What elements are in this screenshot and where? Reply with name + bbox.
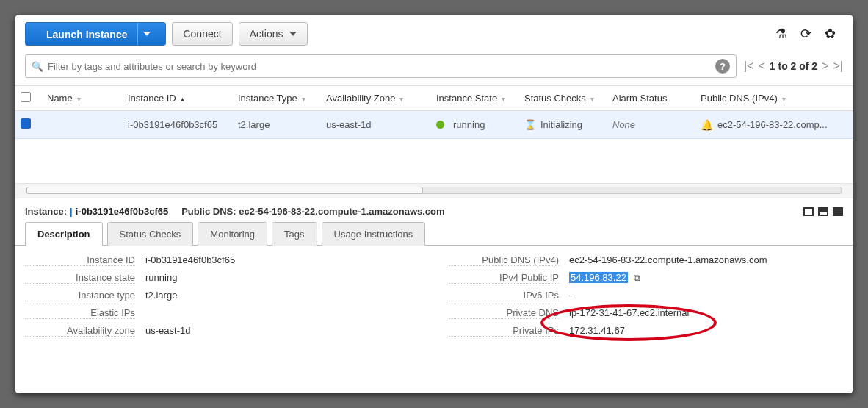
experiment-icon[interactable]: ⚗ [775,26,787,42]
instances-table: Name▾ Instance ID▴ Instance Type▾ Availa… [15,86,853,139]
top-icons: ⚗ ⟳ ✿ [775,26,843,42]
detail-header: Instance: | i-0b3191e46f0b3cf65 Public D… [15,198,853,221]
lbl-instance-id: Instance ID [25,254,135,266]
lbl-ipv6-ips: IPv6 IPs [449,290,559,301]
lbl-instance-state: Instance state [25,272,135,284]
launch-instance-button[interactable]: Launch Instance [25,22,166,46]
pipe-icon: | [70,206,73,217]
pager-last[interactable]: >| [833,60,844,73]
lbl-availability-zone: Availability zone [25,325,135,337]
lbl-ipv4-public-ip: IPv4 Public IP [449,272,559,284]
filter-row: 🔍 ? |< < 1 to 2 of 2 > >| [15,54,853,85]
detail-public-dns: ec2-54-196-83-22.compute-1.amazonaws.com [239,206,444,217]
ec2-console-frame: Launch Instance Connect Actions ⚗ ⟳ ✿ 🔍 … [15,15,853,393]
state-dot-icon [436,121,444,129]
launch-instance-dropdown[interactable] [137,23,155,45]
lbl-elastic-ips: Elastic IPs [25,307,135,319]
detail-instance-label: Instance: [25,206,67,217]
cell-instance-type: t2.large [232,111,320,139]
lbl-instance-type: Instance type [25,290,135,301]
val-instance-type: t2.large [145,290,419,301]
cell-public-dns: 🔔ec2-54-196-83-22.comp... [695,111,853,139]
pager-next[interactable]: > [822,60,828,73]
pager-count: 1 to 2 of 2 [770,60,817,72]
col-public-dns[interactable]: Public DNS (IPv4)▾ [695,86,853,111]
horizontal-scrollbar[interactable] [15,183,853,198]
lbl-private-ips: Private IPs [449,325,559,337]
table-header-row: Name▾ Instance ID▴ Instance Type▾ Availa… [15,86,853,111]
layout-split-icon[interactable] [803,207,814,216]
tab-tags[interactable]: Tags [272,222,317,246]
detail-public-dns-label: Public DNS: [181,206,236,217]
refresh-icon[interactable]: ⟳ [800,26,811,42]
detail-instance-id: i-0b3191e46f0b3cf65 [76,206,168,217]
val-availability-zone: us-east-1d [145,325,419,337]
col-name[interactable]: Name▾ [41,86,122,111]
copy-icon[interactable]: ⧉ [634,273,640,283]
ipv4-public-ip-highlight[interactable]: 54.196.83.22 [569,272,628,283]
chevron-down-icon [289,32,297,36]
cell-alarm-status: None [607,111,695,139]
description-panel: Instance ID i-0b3191e46f0b3cf65 Instance… [15,246,853,337]
layout-full-icon[interactable] [833,207,843,216]
layout-half-icon[interactable] [818,207,828,216]
tab-description[interactable]: Description [25,222,103,246]
actions-label: Actions [250,28,283,40]
pager-prev[interactable]: < [758,60,764,73]
search-input[interactable] [48,61,715,72]
instances-table-wrap: Name▾ Instance ID▴ Instance Type▾ Availa… [15,85,853,198]
actions-button[interactable]: Actions [239,22,308,46]
search-icon: 🔍 [32,61,43,72]
cell-instance-state: running [430,111,518,139]
tab-usage-instructions[interactable]: Usage Instructions [322,222,426,246]
pager-first[interactable]: |< [744,60,754,73]
alarm-bell-icon: 🔔 [701,119,713,131]
val-private-dns: ip-172-31-41-67.ec2.internal [569,307,843,319]
col-instance-state[interactable]: Instance State▾ [430,86,518,111]
table-row[interactable]: i-0b3191e46f0b3cf65 t2.large us-east-1d … [15,111,853,139]
row-checkbox[interactable] [21,118,31,129]
gear-icon[interactable]: ✿ [825,26,836,42]
description-left-col: Instance ID i-0b3191e46f0b3cf65 Instance… [25,254,419,337]
action-bar: Launch Instance Connect Actions ⚗ ⟳ ✿ [15,15,853,54]
col-alarm-status[interactable]: Alarm Status [607,86,695,111]
col-instance-type[interactable]: Instance Type▾ [232,86,320,111]
cell-availability-zone: us-east-1d [320,111,430,139]
cell-status-checks: ⌛Initializing [518,111,607,139]
val-ipv6-ips: - [569,290,843,301]
filter-box: 🔍 ? [25,54,737,78]
help-icon[interactable]: ? [715,59,730,74]
hourglass-icon: ⌛ [524,119,536,130]
val-private-ips: 172.31.41.67 [569,325,843,337]
col-instance-id[interactable]: Instance ID▴ [122,86,232,111]
description-right-col: Public DNS (IPv4) ec2-54-196-83-22.compu… [449,254,843,337]
val-instance-id: i-0b3191e46f0b3cf65 [145,254,419,266]
col-status-checks[interactable]: Status Checks▾ [518,86,607,111]
cell-instance-id: i-0b3191e46f0b3cf65 [122,111,232,139]
tab-status-checks[interactable]: Status Checks [107,222,194,246]
lbl-public-dns: Public DNS (IPv4) [449,254,559,266]
col-availability-zone[interactable]: Availability Zone▾ [320,86,430,111]
val-instance-state: running [145,272,419,284]
cell-name [41,111,122,139]
detail-tabs: Description Status Checks Monitoring Tag… [15,221,853,246]
lbl-private-dns: Private DNS [449,307,559,319]
connect-button[interactable]: Connect [172,22,232,46]
tab-monitoring[interactable]: Monitoring [198,222,267,246]
pager: |< < 1 to 2 of 2 > >| [744,60,843,73]
val-elastic-ips [145,307,419,319]
launch-instance-label: Launch Instance [36,23,137,46]
select-all-checkbox[interactable] [21,92,31,102]
val-public-dns: ec2-54-196-83-22.compute-1.amazonaws.com [569,254,843,266]
layout-icons [803,207,843,216]
val-ipv4-public-ip: 54.196.83.22 ⧉ [569,272,843,284]
